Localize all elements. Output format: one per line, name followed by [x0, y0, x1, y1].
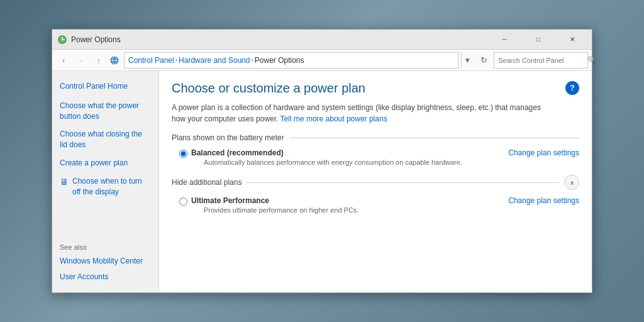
balanced-plan-info: Balanced (recommended) Automatically bal… — [191, 148, 508, 166]
sidebar-user-accounts[interactable]: User Accounts — [52, 269, 158, 285]
maximize-button[interactable]: □ — [524, 30, 553, 50]
sidebar-mobility-center[interactable]: Windows Mobility Center — [52, 253, 158, 269]
breadcrumb-bar: Control Panel › Hardware and Sound › Pow… — [124, 52, 458, 69]
balanced-plan-desc: Automatically balances performance with … — [191, 158, 508, 166]
sidebar-item-turn-off-display[interactable]: 🖥 Choose when to turn off the display — [52, 174, 158, 200]
balanced-plan-row: Balanced (recommended) Automatically bal… — [172, 148, 579, 166]
balanced-change-link[interactable]: Change plan settings — [508, 148, 579, 157]
forward-button[interactable]: › — [74, 53, 89, 68]
title-bar: Power Options ─ □ ✕ — [52, 30, 592, 50]
search-bar: 🔍 — [494, 52, 588, 69]
ultimate-plan-name: Ultimate Performance — [191, 196, 508, 205]
minimize-button[interactable]: ─ — [490, 30, 519, 50]
refresh-button[interactable]: ↻ — [476, 52, 491, 69]
globe-icon — [109, 55, 120, 66]
plans-section-divider: Plans shown on the battery meter — [172, 133, 579, 142]
breadcrumb-dropdown-button[interactable]: ▾ — [461, 52, 474, 69]
collapse-line — [247, 182, 559, 183]
sidebar-item-control-panel-home[interactable]: Control Panel Home — [52, 79, 158, 94]
breadcrumb-control-panel[interactable]: Control Panel — [128, 56, 174, 65]
collapse-button[interactable]: ∧ — [564, 175, 579, 190]
plans-shown-label: Plans shown on the battery meter — [172, 133, 284, 142]
ultimate-plan-row: Ultimate Performance Provides ultimate p… — [172, 196, 579, 214]
breadcrumb-hardware-sound[interactable]: Hardware and Sound — [179, 56, 250, 65]
sidebar-item-power-button[interactable]: Choose what the power button does — [52, 98, 158, 125]
back-button[interactable]: ‹ — [56, 53, 71, 68]
ultimate-change-link[interactable]: Change plan settings — [508, 196, 579, 205]
page-description: A power plan is a collection of hardware… — [172, 102, 565, 125]
hide-additional-section: Hide additional plans ∧ — [172, 175, 579, 190]
learn-more-link[interactable]: Tell me more about power plans — [280, 114, 387, 123]
search-icon: 🔍 — [587, 56, 596, 64]
main-content: Choose or customize a power plan A power… — [159, 71, 592, 292]
breadcrumb-sep-1: › — [175, 57, 177, 64]
power-options-window: Power Options ─ □ ✕ ‹ › ↑ Control Panel … — [52, 29, 592, 293]
ultimate-plan-desc: Provides ultimate performance on higher … — [191, 206, 508, 214]
window-controls: ─ □ ✕ — [490, 30, 587, 50]
close-button[interactable]: ✕ — [558, 30, 587, 50]
sidebar-active-icon: 🖥 — [60, 176, 69, 189]
see-also-label: See also — [52, 238, 158, 253]
breadcrumb-sep-2: › — [251, 57, 253, 64]
breadcrumb-current: Power Options — [255, 56, 304, 65]
sidebar: Control Panel Home Choose what the power… — [52, 71, 159, 292]
up-button[interactable]: ↑ — [91, 53, 106, 68]
sidebar-item-create-plan[interactable]: Create a power plan — [52, 155, 158, 171]
hide-additional-label: Hide additional plans — [172, 178, 242, 187]
address-bar: ‹ › ↑ Control Panel › Hardware and Sound… — [52, 50, 592, 71]
ultimate-plan-info: Ultimate Performance Provides ultimate p… — [191, 196, 508, 214]
search-input[interactable] — [498, 57, 585, 64]
desc-line2: how your computer uses power. — [172, 114, 278, 123]
window-title: Power Options — [71, 35, 490, 44]
section-line-1 — [289, 138, 579, 138]
sidebar-bottom: See also Windows Mobility Center User Ac… — [52, 238, 158, 285]
content-area: Control Panel Home Choose what the power… — [52, 71, 592, 292]
balanced-radio[interactable] — [179, 150, 187, 158]
window-icon — [57, 35, 67, 45]
desc-line1: A power plan is a collection of hardware… — [172, 103, 541, 112]
sidebar-item-close-lid[interactable]: Choose what closing the lid does — [52, 126, 158, 153]
help-button[interactable]: ? — [565, 81, 579, 95]
ultimate-radio[interactable] — [179, 197, 187, 206]
page-title: Choose or customize a power plan — [172, 81, 565, 96]
balanced-plan-name: Balanced (recommended) — [191, 148, 508, 157]
